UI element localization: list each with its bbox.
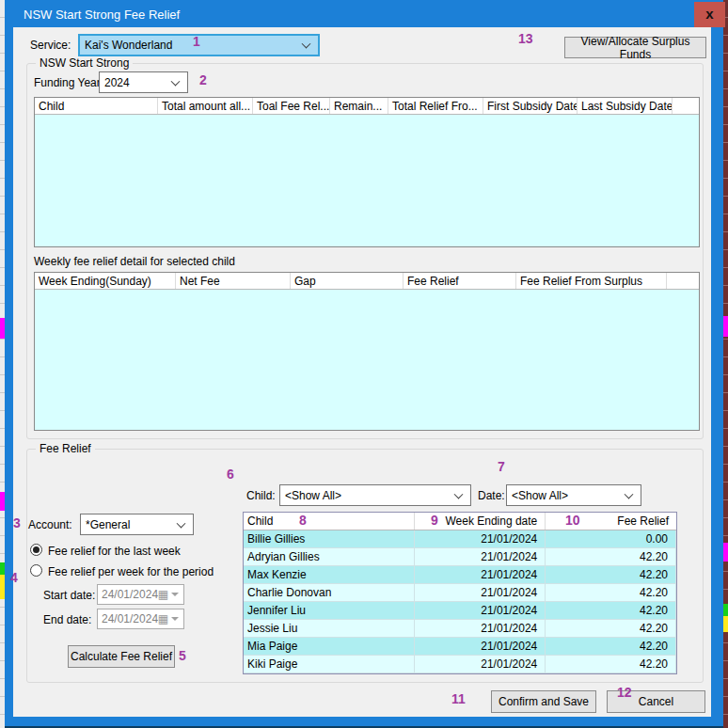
column-header[interactable]: Week Ending(Sunday) <box>35 273 176 289</box>
calculate-fee-relief-button[interactable]: Calculate Fee Relief <box>68 645 175 668</box>
child-filter-dropdown[interactable]: <Show All> <box>279 484 471 506</box>
column-header[interactable]: First Subsidy Date <box>483 98 578 114</box>
desktop-mark <box>723 316 728 337</box>
weekly-table[interactable]: Week Ending(Sunday) Net Fee Gap Fee Reli… <box>34 272 700 431</box>
annotation-7: 7 <box>498 459 505 474</box>
table-row[interactable]: Max Kenzie21/01/202442.20 <box>244 566 676 584</box>
chevron-down-icon <box>625 489 634 499</box>
window-title: NSW Start Strong Fee Relief <box>24 8 180 22</box>
calculate-fee-relief-label: Calculate Fee Relief <box>71 650 172 663</box>
cell-fee-relief: 42.20 <box>546 602 676 619</box>
column-header[interactable]: Child <box>35 98 158 114</box>
annotation-6: 6 <box>227 467 234 482</box>
cell-child: Mia Paige <box>244 638 415 655</box>
start-date-field[interactable]: 24/01/2024 ▦ <box>97 584 184 605</box>
table-row[interactable]: Adryian Gillies21/01/202442.20 <box>244 548 676 566</box>
cell-week-ending-date: 21/01/2024 <box>415 602 546 619</box>
results-table-header: Child Week Ending date Fee Relief <box>244 513 676 530</box>
column-header[interactable]: Total amount all... <box>158 98 253 114</box>
nsw-start-strong-group-title: NSW Start Strong <box>36 56 133 70</box>
desktop-mark <box>723 604 728 616</box>
close-icon: x <box>705 6 713 22</box>
chevron-down-icon <box>177 518 186 528</box>
table-row[interactable]: Billie Gillies21/01/20240.00 <box>244 530 676 548</box>
table-row[interactable]: Jennifer Liu21/01/202442.20 <box>244 602 676 620</box>
calendar-icon: ▦ <box>158 588 168 601</box>
weekly-detail-label: Weekly fee relief detail for selected ch… <box>34 255 235 268</box>
annotation-10: 10 <box>565 513 580 528</box>
confirm-and-save-button[interactable]: Confirm and Save <box>491 690 596 713</box>
table-row[interactable]: Charlie Donovan21/01/202442.20 <box>244 584 676 602</box>
view-allocate-surplus-funds-button[interactable]: View/Allocate Surplus Funds <box>564 37 706 58</box>
title-bar[interactable]: NSW Start Strong Fee Relief x <box>5 0 723 27</box>
radio-per-week-period-label[interactable]: Fee relief per week for the period <box>48 565 214 578</box>
chevron-down-icon <box>302 40 311 49</box>
column-header-filler <box>667 273 699 289</box>
view-allocate-surplus-funds-label: View/Allocate Surplus Funds <box>565 35 705 61</box>
account-label: Account: <box>28 518 72 531</box>
desktop-edge-right <box>723 0 728 728</box>
column-header[interactable]: Toal Fee Rel... <box>253 98 330 114</box>
annotation-11: 11 <box>451 691 466 706</box>
cell-fee-relief: 42.20 <box>546 548 676 565</box>
weekly-table-header: Week Ending(Sunday) Net Fee Gap Fee Reli… <box>35 273 699 290</box>
start-date-value: 24/01/2024 <box>102 588 158 601</box>
annotation-4: 4 <box>10 570 18 585</box>
child-filter-label: Child: <box>246 489 276 502</box>
results-table[interactable]: Child Week Ending date Fee Relief Billie… <box>243 512 677 674</box>
cell-fee-relief: 42.20 <box>546 566 676 583</box>
table-row[interactable]: Kiki Paige21/01/202442.20 <box>244 656 676 673</box>
column-header[interactable]: Fee Relief From Surplus <box>516 273 667 289</box>
annotation-3: 3 <box>13 515 21 530</box>
cell-child: Kiki Paige <box>244 656 415 673</box>
close-button[interactable]: x <box>694 2 725 27</box>
cell-week-ending-date: 21/01/2024 <box>415 638 546 655</box>
cell-child: Billie Gillies <box>244 530 415 547</box>
column-header[interactable]: Last Subsidy Date <box>578 98 673 114</box>
column-header[interactable]: Fee Relief <box>404 273 516 289</box>
account-dropdown[interactable]: *General <box>80 514 194 535</box>
cell-week-ending-date: 21/01/2024 <box>415 566 546 583</box>
chevron-down-icon <box>171 617 179 621</box>
annotation-9: 9 <box>431 513 438 528</box>
desktop-mark <box>723 616 728 632</box>
radio-last-week-label[interactable]: Fee relief for the last week <box>48 545 181 558</box>
cancel-label: Cancel <box>639 695 673 708</box>
cell-week-ending-date: 21/01/2024 <box>415 548 546 565</box>
calendar-icon: ▦ <box>158 612 168 625</box>
end-date-field[interactable]: 24/01/2024 ▦ <box>97 609 184 629</box>
end-date-label: End date: <box>43 613 91 626</box>
cell-fee-relief: 42.20 <box>546 584 676 601</box>
cell-child: Charlie Donovan <box>244 584 415 601</box>
annotation-13: 13 <box>518 31 533 46</box>
column-header[interactable]: Gap <box>291 273 404 289</box>
table-row[interactable]: Mia Paige21/01/202442.20 <box>244 638 676 656</box>
chevron-down-icon <box>171 593 179 596</box>
column-header[interactable]: Net Fee <box>176 273 291 289</box>
column-header[interactable]: Remain... <box>330 98 388 114</box>
funding-year-dropdown[interactable]: 2024 <box>99 71 188 93</box>
radio-last-week[interactable] <box>30 544 42 556</box>
column-header[interactable]: Total Relief Fro... <box>388 98 483 114</box>
table-row[interactable]: Jessie Liu21/01/202442.20 <box>244 620 676 638</box>
funding-year-label: Funding Year: <box>34 76 103 89</box>
date-filter-dropdown[interactable]: <Show All> <box>506 484 641 506</box>
cell-fee-relief: 42.20 <box>546 656 676 673</box>
cell-fee-relief: 42.20 <box>546 638 676 655</box>
service-label: Service: <box>30 39 71 52</box>
summary-table-header: Child Total amount all... Toal Fee Rel..… <box>35 98 699 115</box>
annotation-2: 2 <box>199 72 207 87</box>
cell-week-ending-date: 21/01/2024 <box>415 584 546 601</box>
service-value: Kai's Wonderland <box>85 39 172 52</box>
column-header-filler <box>673 98 699 114</box>
column-header[interactable]: Child <box>244 513 415 530</box>
cell-child: Jessie Liu <box>244 620 415 637</box>
cell-fee-relief: 0.00 <box>546 530 676 547</box>
desktop-mark <box>723 543 728 562</box>
summary-table[interactable]: Child Total amount all... Toal Fee Rel..… <box>34 97 700 247</box>
date-filter-value: <Show All> <box>512 489 568 502</box>
cell-week-ending-date: 21/01/2024 <box>415 656 546 673</box>
radio-per-week-period[interactable] <box>30 564 42 577</box>
cell-week-ending-date: 21/01/2024 <box>415 530 546 547</box>
account-value: *General <box>86 518 130 531</box>
